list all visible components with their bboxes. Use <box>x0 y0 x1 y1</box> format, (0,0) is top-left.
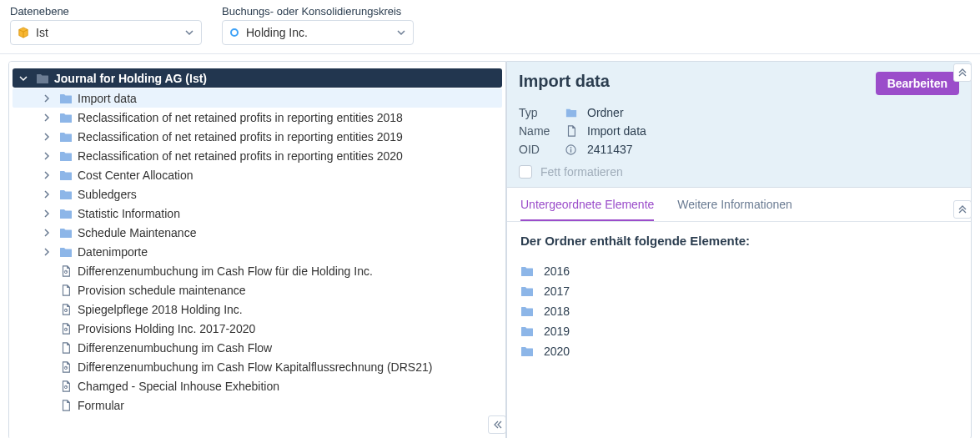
folder-icon <box>59 169 73 181</box>
subfolder-label: 2020 <box>544 345 570 358</box>
tree-item-label: Differenzenumbuchung im Cash Flow Kapita… <box>78 359 499 375</box>
chevron-right-icon <box>43 248 54 256</box>
details-panel: Import data Bearbeiten Typ Ordner Name I… <box>506 61 972 438</box>
document-icon <box>59 284 73 296</box>
tree-item[interactable]: Reclassification of net retained profits… <box>13 146 502 165</box>
tree-item-label: Spiegelpflege 2018 Holding Inc. <box>78 301 499 318</box>
name-value: Import data <box>587 124 646 138</box>
tree-item[interactable]: Datenimporte <box>13 242 502 261</box>
tab-subelements[interactable]: Untergeordnete Elemente <box>520 188 654 221</box>
oid-value: 2411437 <box>587 143 633 156</box>
folder-icon <box>59 93 73 104</box>
tree-item-label: Cost Center Allocation <box>78 167 499 184</box>
tree-item[interactable]: Schedule Maintenance <box>13 223 502 242</box>
company-select[interactable]: Holding Inc. <box>222 20 414 45</box>
tree-item[interactable]: Provision schedule maintenance <box>13 280 502 300</box>
tree-item-label: Subledgers <box>78 186 499 203</box>
tree-item[interactable]: Differenzenumbuchung im Cash Flow Kapita… <box>13 357 502 376</box>
tree-item-label: Schedule Maintenance <box>78 224 499 241</box>
name-label: Name <box>519 124 555 138</box>
type-label: Typ <box>519 106 555 119</box>
top-filter-bar: Datenebene Ist Buchungs- oder Konsolidie… <box>0 0 980 54</box>
tree-item-label: Reclassification of net retained profits… <box>78 109 499 126</box>
folder-icon <box>520 305 534 317</box>
subfolder-item[interactable]: 2017 <box>520 281 957 301</box>
tree-root[interactable]: Journal for Holding AG (Ist) <box>13 68 502 88</box>
subfolder-item[interactable]: 2019 <box>520 321 957 341</box>
folder-icon <box>520 265 534 277</box>
tree-item[interactable]: Import data <box>13 88 502 108</box>
folder-icon <box>59 208 73 219</box>
company-label: Buchungs- oder Konsolidierungskreis <box>222 5 414 18</box>
file-icon <box>565 125 577 137</box>
document-icon <box>59 265 73 277</box>
tree-item[interactable]: Provisions Holding Inc. 2017-2020 <box>13 319 502 338</box>
tree-item[interactable]: Chamged - Special Inhouse Exhebition <box>13 376 502 395</box>
edit-button[interactable]: Bearbeiten <box>876 72 959 95</box>
tree-item[interactable]: Statistic Information <box>13 204 502 223</box>
details-title: Import data <box>519 72 610 91</box>
bold-checkbox-label: Fett formatieren <box>540 165 623 179</box>
data-level-select[interactable]: Ist <box>10 20 202 45</box>
chevron-right-icon <box>43 209 54 218</box>
tree-item[interactable]: Subledgers <box>13 184 502 204</box>
tree-item-label: Differenzenumbuchung im Cash Flow <box>78 340 499 356</box>
svg-point-0 <box>231 29 238 36</box>
folder-icon <box>520 285 534 297</box>
oid-label: OID <box>519 143 555 156</box>
tree-item[interactable]: Cost Center Allocation <box>13 165 502 184</box>
tree-item-label: Import data <box>78 90 499 107</box>
meta-table: Typ Ordner Name Import data OID <box>519 103 959 179</box>
document-icon <box>59 304 73 315</box>
chevron-down-icon <box>184 28 194 38</box>
cube-icon <box>18 27 29 38</box>
tree-item[interactable]: Differenzenumbuchung im Cash Flow für di… <box>13 261 502 280</box>
subfolder-item[interactable]: 2018 <box>520 301 957 321</box>
tree-item[interactable]: Spiegelpflege 2018 Holding Inc. <box>13 300 502 319</box>
type-value: Ordner <box>587 106 624 119</box>
folder-icon <box>59 150 73 162</box>
company-value: Holding Inc. <box>246 26 308 39</box>
bold-checkbox[interactable] <box>519 165 532 179</box>
chevron-down-icon <box>19 74 31 83</box>
tab-body-heading: Der Ordner enthält folgende Elemente: <box>520 234 957 248</box>
tree-panel: Journal for Holding AG (Ist) Import data… <box>8 61 506 438</box>
tree-item[interactable]: Reclassification of net retained profits… <box>13 108 502 127</box>
document-icon <box>59 380 73 392</box>
company-field: Buchungs- oder Konsolidierungskreis Hold… <box>222 5 414 45</box>
chevron-right-icon <box>43 229 54 237</box>
chevron-down-icon <box>396 28 406 38</box>
tree-item-label: Reclassification of net retained profits… <box>78 148 499 164</box>
document-icon <box>59 342 73 354</box>
tree-item-label: Datenimporte <box>78 244 499 260</box>
subfolder-item[interactable]: 2020 <box>520 341 957 361</box>
tree-item-label: Provisions Holding Inc. 2017-2020 <box>78 320 499 337</box>
collapse-right-button-top[interactable] <box>953 63 972 82</box>
data-level-label: Datenebene <box>10 5 202 18</box>
tree-item-label: Differenzenumbuchung im Cash Flow für di… <box>78 263 499 279</box>
svg-rect-3 <box>570 149 571 152</box>
tree-item[interactable]: Formular <box>13 395 502 415</box>
main-content: Journal for Holding AG (Ist) Import data… <box>0 54 980 438</box>
tree-item[interactable]: Differenzenumbuchung im Cash Flow <box>13 338 502 357</box>
data-level-value: Ist <box>36 26 48 39</box>
subfolder-label: 2018 <box>544 305 570 318</box>
folder-icon <box>520 325 534 337</box>
document-icon <box>59 361 73 373</box>
subfolder-label: 2016 <box>544 264 570 278</box>
collapse-right-button-mid[interactable] <box>953 200 972 219</box>
tree-item[interactable]: Reclassification of net retained profits… <box>13 127 502 146</box>
tree-item-label: Chamged - Special Inhouse Exhebition <box>78 378 499 395</box>
chevron-right-icon <box>43 94 54 103</box>
folder-icon <box>59 112 73 123</box>
svg-point-2 <box>570 146 572 148</box>
tree-item-label: Statistic Information <box>78 205 499 222</box>
document-icon <box>59 323 73 335</box>
tree-item-label: Formular <box>78 397 499 414</box>
document-icon <box>59 400 73 411</box>
collapse-left-button[interactable] <box>488 415 506 434</box>
subfolder-item[interactable]: 2016 <box>520 261 957 281</box>
tab-more-info[interactable]: Weitere Informationen <box>677 188 792 221</box>
details-header: Import data Bearbeiten Typ Ordner Name I… <box>507 62 971 188</box>
folder-icon <box>59 227 73 239</box>
